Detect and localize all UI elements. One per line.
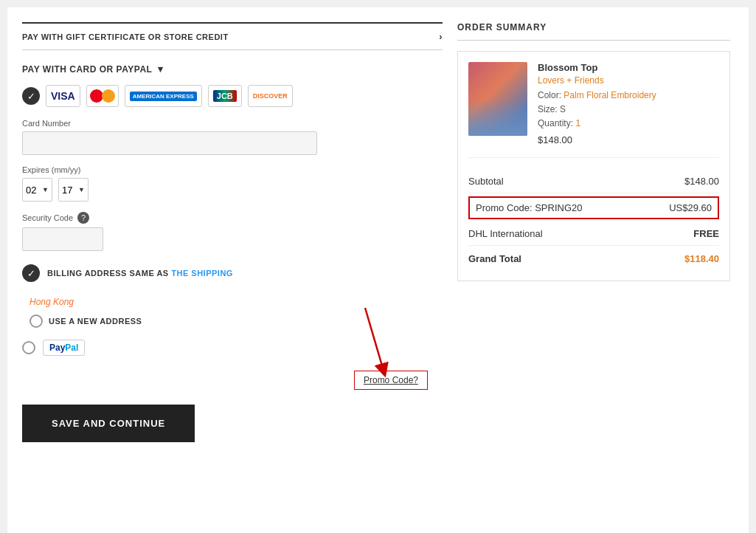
product-price: $148.00 [538, 134, 719, 145]
paypal-pal: Pal [65, 343, 78, 353]
promo-code-container: Promo Code? [22, 371, 443, 390]
summary-grand-total-line: Grand Total $118.40 [468, 246, 719, 270]
billing-check [22, 264, 40, 282]
gift-cert-label: PAY WITH GIFT CERTIFICATE OR STORE CREDI… [22, 32, 229, 41]
card-number-input[interactable] [22, 131, 317, 155]
grand-total-value: $118.40 [684, 253, 719, 264]
quantity-label: Quantity: [538, 118, 573, 128]
mc-circle-orange [102, 89, 115, 103]
security-code-label: Security Code [22, 213, 73, 222]
new-address-radio[interactable] [30, 314, 43, 328]
expires-label: Expires (mm/yy) [22, 165, 443, 174]
security-help-icon[interactable]: ? [77, 212, 89, 224]
save-continue-button[interactable]: SAVE AND CONTINUE [22, 405, 195, 442]
page-container: PAY WITH GIFT CERTIFICATE OR STORE CREDI… [7, 7, 749, 533]
order-summary-title: ORDER SUMMARY [457, 22, 730, 41]
color-value: Palm Floral Embroidery [563, 90, 656, 100]
jcb-label: JCB [213, 90, 237, 102]
address-hong-kong: Hong Kong [30, 297, 443, 307]
gift-cert-bar[interactable]: PAY WITH GIFT CERTIFICATE OR STORE CREDI… [22, 22, 443, 50]
size-value: S [560, 104, 566, 114]
summary-promo-line: Promo Code: SPRING20 US$29.60 [470, 198, 718, 218]
expires-group: Expires (mm/yy) 02 17 [22, 165, 443, 202]
paypal-logo[interactable]: PayPal [43, 340, 85, 356]
card-options-row: VISA AMERICAN EXPRESS JCB DISCOVER [22, 85, 443, 107]
security-code-input[interactable] [22, 227, 103, 251]
left-panel: PAY WITH GIFT CERTIFICATE OR STORE CREDI… [22, 22, 443, 526]
visa-logo[interactable]: VISA [46, 85, 80, 107]
card-number-group: Card Number [22, 119, 443, 155]
visa-label: VISA [51, 90, 75, 102]
discover-label: DISCOVER [253, 92, 288, 100]
billing-row: BILLING ADDRESS SAME AS THE SHIPPING [22, 264, 443, 282]
paypal-pay: Pay [49, 343, 65, 353]
card-selected-check [22, 87, 40, 105]
product-image [468, 62, 527, 136]
paypal-row: PayPal [22, 340, 443, 356]
shipping-value: FREE [693, 228, 719, 239]
right-panel: ORDER SUMMARY Blossom Top Lovers + Frien… [457, 22, 730, 526]
jcb-logo[interactable]: JCB [208, 85, 242, 107]
grand-total-label: Grand Total [468, 253, 521, 264]
promo-label: Promo Code: SPRING20 [476, 202, 583, 213]
address-section: Hong Kong USE A NEW ADDRESS [22, 297, 443, 328]
subtotal-value: $148.00 [684, 176, 719, 187]
subtotal-label: Subtotal [468, 176, 504, 187]
expires-year-select[interactable]: 17 [58, 178, 89, 202]
summary-shipping-line: DHL International FREE [468, 222, 719, 246]
gift-cert-arrow: › [439, 31, 443, 42]
product-row: Blossom Top Lovers + Friends Color: Palm… [468, 62, 719, 158]
security-label-row: Security Code ? [22, 212, 443, 224]
size-label: Size: [538, 104, 558, 114]
new-address-label: USE A NEW ADDRESS [49, 317, 142, 326]
promo-value: US$29.60 [669, 202, 712, 213]
order-summary-card: Blossom Top Lovers + Friends Color: Palm… [457, 51, 730, 281]
promo-summary-box: Promo Code: SPRING20 US$29.60 [468, 196, 719, 219]
amex-label: AMERICAN EXPRESS [130, 92, 197, 101]
card-number-label: Card Number [22, 119, 443, 128]
amex-logo[interactable]: AMERICAN EXPRESS [125, 85, 202, 107]
expires-row: 02 17 [22, 178, 443, 202]
billing-text: BILLING ADDRESS SAME AS THE SHIPPING [47, 269, 233, 278]
quantity-value: 1 [575, 118, 580, 128]
promo-section: Promo Code? [22, 371, 443, 390]
shipping-label: DHL International [468, 228, 543, 239]
product-brand: Lovers + Friends [538, 75, 719, 86]
product-details: Blossom Top Lovers + Friends Color: Palm… [538, 62, 719, 145]
paypal-radio[interactable] [22, 341, 35, 354]
discover-logo[interactable]: DISCOVER [248, 85, 293, 107]
expires-year-wrapper: 17 [58, 178, 89, 202]
color-label: Color: [538, 90, 561, 100]
pay-card-dropdown-icon[interactable]: ▾ [158, 63, 164, 75]
security-code-group: Security Code ? [22, 212, 443, 251]
mastercard-logo[interactable] [86, 85, 119, 107]
new-address-row: USE A NEW ADDRESS [30, 314, 443, 328]
product-name: Blossom Top [538, 62, 719, 73]
mc-circle-red [90, 89, 103, 103]
expires-month-select[interactable]: 02 [22, 178, 52, 202]
expires-month-wrapper: 02 [22, 178, 52, 202]
product-meta: Color: Palm Floral Embroidery Size: S Qu… [538, 89, 719, 131]
promo-code-button[interactable]: Promo Code? [354, 371, 428, 390]
pay-card-header: PAY WITH CARD OR PAYPAL ▾ [22, 63, 443, 75]
pay-card-label: PAY WITH CARD OR PAYPAL [22, 64, 152, 75]
summary-subtotal-line: Subtotal $148.00 [468, 170, 719, 193]
